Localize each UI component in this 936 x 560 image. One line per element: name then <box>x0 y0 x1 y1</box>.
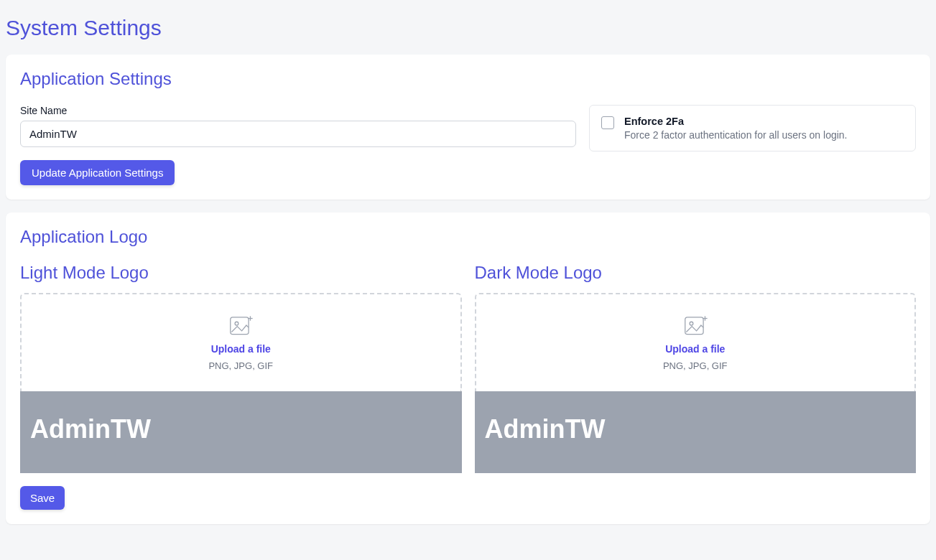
dark-logo-preview: AdminTW <box>475 391 917 473</box>
application-logo-heading: Application Logo <box>20 227 916 247</box>
site-name-input[interactable] <box>20 121 576 147</box>
svg-point-5 <box>690 322 693 325</box>
page-title: System Settings <box>6 16 930 40</box>
update-application-settings-button[interactable]: Update Application Settings <box>20 160 175 185</box>
dark-logo-dropzone[interactable]: Upload a file PNG, JPG, GIF <box>475 293 917 391</box>
light-mode-logo-heading: Light Mode Logo <box>20 263 462 283</box>
enforce-2fa-title: Enforce 2Fa <box>624 116 848 127</box>
site-name-column: Site Name Update Application Settings <box>20 105 576 185</box>
dark-mode-logo-heading: Dark Mode Logo <box>475 263 917 283</box>
settings-page: System Settings Application Settings Sit… <box>0 0 936 551</box>
save-button[interactable]: Save <box>20 486 65 510</box>
site-name-label: Site Name <box>20 105 576 116</box>
enforce-2fa-description: Force 2 factor authentication for all us… <box>624 129 848 141</box>
enforce-2fa-box: Enforce 2Fa Force 2 factor authenticatio… <box>589 105 916 151</box>
application-settings-card: Application Settings Site Name Update Ap… <box>6 55 930 200</box>
light-upload-label: Upload a file <box>29 343 453 355</box>
application-logo-card: Application Logo Light Mode Logo <box>6 213 930 524</box>
dark-upload-formats: PNG, JPG, GIF <box>483 360 908 371</box>
enforce-2fa-checkbox[interactable] <box>601 116 614 129</box>
image-upload-icon <box>682 312 709 339</box>
dark-mode-logo-column: Dark Mode Logo Upload a file PNG, JPG, G… <box>475 263 917 510</box>
light-logo-preview: AdminTW <box>20 391 462 473</box>
application-settings-heading: Application Settings <box>20 69 916 89</box>
dark-upload-label: Upload a file <box>483 343 908 355</box>
light-logo-dropzone[interactable]: Upload a file PNG, JPG, GIF <box>20 293 462 391</box>
light-upload-formats: PNG, JPG, GIF <box>29 360 453 371</box>
light-mode-logo-column: Light Mode Logo Upload a file PNG, JPG, … <box>20 263 462 510</box>
svg-point-1 <box>235 322 238 325</box>
image-upload-icon <box>227 312 254 339</box>
